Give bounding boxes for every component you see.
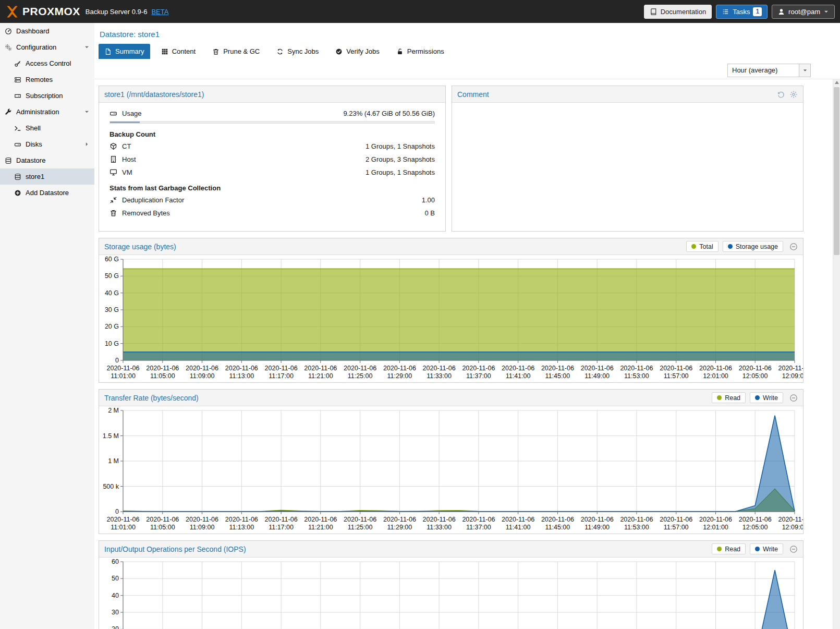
svg-text:11:29:00: 11:29:00 <box>387 372 412 380</box>
topbar-actions: Documentation Tasks 1 root@pam <box>644 5 835 19</box>
legend-dot-storage-usage <box>728 244 733 249</box>
legend-item-storage-usage[interactable]: Storage usage <box>723 241 783 252</box>
tab-sync-jobs[interactable]: Sync Jobs <box>271 44 324 59</box>
sidebar-item-disks[interactable]: Disks <box>0 136 94 152</box>
legend-label: Write <box>763 546 778 553</box>
tab-label: Sync Jobs <box>287 47 319 55</box>
svg-text:11:41:00: 11:41:00 <box>506 372 531 380</box>
combo-trigger[interactable] <box>799 64 810 77</box>
sidebar-item-label: Remotes <box>26 76 53 83</box>
legend-item-read[interactable]: Read <box>712 392 746 403</box>
trash-icon <box>109 209 117 217</box>
scroll-up-arrow[interactable] <box>835 81 839 84</box>
tasks-label: Tasks <box>733 8 750 16</box>
svg-text:1.5 M: 1.5 M <box>103 432 119 440</box>
tab-verify-jobs[interactable]: Verify Jobs <box>330 44 385 59</box>
svg-text:2020-11-06: 2020-11-06 <box>146 365 179 372</box>
svg-text:2020-11-06: 2020-11-06 <box>660 365 692 372</box>
chevron-right-icon[interactable] <box>84 141 90 147</box>
svg-text:2020-11-06: 2020-11-06 <box>541 516 574 523</box>
tab-label: Content <box>172 47 196 55</box>
svg-text:12:09:00: 12:09:00 <box>782 524 803 531</box>
tab-permissions[interactable]: Permissions <box>391 44 450 59</box>
brand-name: PROXMOX <box>22 5 80 18</box>
timeframe-select[interactable]: Hour (average) <box>727 64 811 77</box>
svg-text:2020-11-06: 2020-11-06 <box>383 365 416 372</box>
svg-text:11:05:00: 11:05:00 <box>150 372 175 380</box>
documentation-button[interactable]: Documentation <box>644 5 712 19</box>
collapse-icon[interactable] <box>789 394 798 402</box>
sidebar-item-access-control[interactable]: Access Control <box>0 55 94 71</box>
timeframe-value: Hour (average) <box>728 66 799 74</box>
tab-content[interactable]: Content <box>155 44 202 59</box>
svg-text:2020-11-06: 2020-11-06 <box>146 516 179 523</box>
svg-text:12:01:00: 12:01:00 <box>703 524 728 531</box>
svg-text:2020-11-06: 2020-11-06 <box>304 516 337 523</box>
legend-label: Write <box>763 394 778 402</box>
svg-text:2020-11-06: 2020-11-06 <box>660 516 692 523</box>
removed-bytes-row: Removed Bytes 0 B <box>109 207 435 220</box>
svg-text:2020-11-06: 2020-11-06 <box>265 516 298 523</box>
sidebar-item-shell[interactable]: Shell <box>0 120 94 136</box>
chevron-down-icon[interactable] <box>84 44 90 50</box>
check-circle-icon <box>335 48 343 55</box>
legend-label: Read <box>725 546 740 553</box>
sidebar-item-configuration[interactable]: Configuration <box>0 39 94 55</box>
tab-summary[interactable]: Summary <box>99 44 150 59</box>
usage-progress-fill <box>110 122 140 123</box>
tasks-count-badge: 1 <box>753 7 762 16</box>
collapse-icon[interactable] <box>789 243 798 251</box>
sidebar-item-add-datastore[interactable]: Add Datastore <box>0 185 94 201</box>
collapse-icon[interactable] <box>789 545 798 553</box>
cube-icon <box>109 142 117 150</box>
sidebar-item-subscription[interactable]: Subscription <box>0 88 94 104</box>
tab-prune-gc[interactable]: Prune & GC <box>206 44 265 59</box>
usage-progress-bar <box>109 121 435 124</box>
sidebar-item-dashboard[interactable]: Dashboard <box>0 23 94 39</box>
hdd-icon <box>14 141 21 148</box>
beta-link[interactable]: BETA <box>151 8 168 16</box>
vertical-scrollbar[interactable] <box>833 79 840 629</box>
svg-text:2020-11-06: 2020-11-06 <box>344 516 376 523</box>
sidebar-item-remotes[interactable]: Remotes <box>0 71 94 88</box>
chevron-down-icon <box>802 68 808 73</box>
svg-text:2 M: 2 M <box>108 407 119 414</box>
svg-text:11:57:00: 11:57:00 <box>664 372 689 380</box>
user-menu-button[interactable]: root@pam <box>772 5 835 19</box>
svg-text:11:37:00: 11:37:00 <box>466 524 491 531</box>
legend-item-write[interactable]: Write <box>750 392 783 403</box>
usage-row: Usage 9.23% (4.67 GiB of 50.56 GiB) <box>109 107 435 120</box>
chevron-down-icon[interactable] <box>84 109 90 115</box>
book-icon <box>650 8 658 16</box>
comment-panel-title: Comment <box>457 90 489 99</box>
grid-icon <box>161 48 168 55</box>
proxmox-logo: PROXMOX <box>5 5 80 19</box>
database-icon <box>14 173 21 180</box>
legend-item-read[interactable]: Read <box>712 543 746 554</box>
sidebar-item-store1[interactable]: store1 <box>0 168 94 185</box>
legend-item-write[interactable]: Write <box>750 543 783 554</box>
ct-value: 1 Groups, 1 Snapshots <box>366 142 435 150</box>
sidebar-item-datastore[interactable]: Datastore <box>0 152 94 168</box>
svg-text:11:25:00: 11:25:00 <box>348 372 373 380</box>
tab-bar: Summary Content Prune & GC Sync Jobs Ver… <box>94 44 840 62</box>
svg-text:30: 30 <box>112 609 119 616</box>
svg-text:11:29:00: 11:29:00 <box>387 524 412 531</box>
datastore-summary-panel: store1 (/mnt/datastores/store1) Usage 9.… <box>99 86 446 232</box>
transfer-rate-panel: Transfer Rate (bytes/second) Read Write … <box>99 389 804 534</box>
gear-icon[interactable] <box>789 90 798 99</box>
gears-icon <box>5 44 12 51</box>
svg-text:2020-11-06: 2020-11-06 <box>502 365 534 372</box>
scrollbar-thumb[interactable] <box>834 87 839 255</box>
legend-item-total[interactable]: Total <box>686 241 718 252</box>
sidebar-item-administration[interactable]: Administration <box>0 104 94 120</box>
comment-panel: Comment <box>452 86 804 232</box>
main-area: Datastore: store1 Summary Content Prune … <box>94 23 840 629</box>
tasks-button[interactable]: Tasks 1 <box>716 5 768 19</box>
reload-icon[interactable] <box>777 90 785 99</box>
page-title: Datastore: store1 <box>94 23 840 44</box>
vm-count-row: VM 1 Groups, 1 Snapshots <box>109 166 435 179</box>
legend-dot-read <box>717 395 722 400</box>
svg-text:2020-11-06: 2020-11-06 <box>581 516 614 523</box>
hdd-icon <box>109 110 117 117</box>
